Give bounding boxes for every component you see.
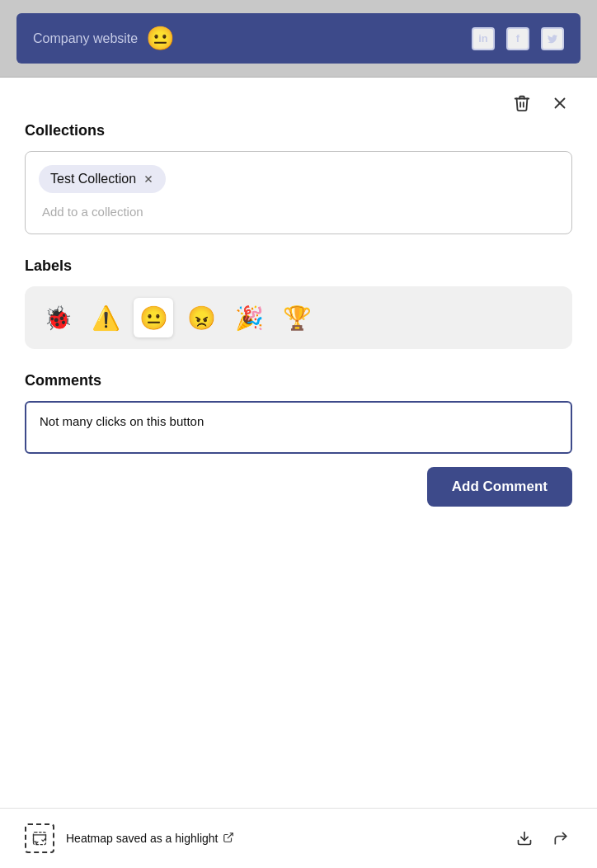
labels-title: Labels — [25, 257, 572, 275]
footer-actions — [513, 827, 572, 850]
comments-input[interactable]: Not many clicks on this button — [25, 401, 572, 454]
action-bar — [25, 78, 572, 122]
label-bug[interactable]: 🐞 — [38, 298, 78, 337]
facebook-icon[interactable]: f — [506, 27, 529, 50]
label-neutral[interactable]: 😐 — [134, 298, 173, 337]
preview-banner: Company website 😐 in f — [0, 0, 597, 78]
collection-tag-remove-button[interactable] — [143, 173, 154, 185]
twitter-icon[interactable] — [541, 27, 564, 50]
highlight-icon — [25, 823, 54, 853]
footer-highlight-text: Heatmap saved as a highlight — [66, 832, 218, 845]
preview-social-icons: in f — [472, 27, 564, 50]
add-comment-button[interactable]: Add Comment — [427, 467, 572, 507]
panel: Company website 😐 in f — [0, 0, 597, 868]
comments-title: Comments — [25, 372, 572, 389]
collections-box[interactable]: Test Collection Add to a collection — [25, 151, 572, 234]
preview-emoji: 😐 — [146, 25, 175, 52]
comments-section: Comments Not many clicks on this button … — [25, 372, 572, 507]
svg-line-5 — [228, 833, 233, 837]
label-warning[interactable]: ⚠️ — [86, 298, 125, 337]
footer-text: Heatmap saved as a highlight — [66, 832, 501, 846]
main-content: Collections Test Collection Add to a col… — [0, 78, 597, 808]
svg-rect-4 — [34, 833, 46, 845]
label-angry[interactable]: 😠 — [181, 298, 221, 337]
collection-tag: Test Collection — [39, 165, 166, 193]
collections-section: Collections Test Collection Add to a col… — [25, 122, 572, 234]
linkedin-icon[interactable]: in — [472, 27, 495, 50]
close-button[interactable] — [548, 91, 572, 116]
footer: Heatmap saved as a highlight — [0, 808, 597, 868]
label-trophy[interactable]: 🏆 — [277, 298, 317, 337]
preview-inner: Company website 😐 in f — [16, 13, 581, 64]
labels-row: 🐞 ⚠️ 😐 😠 🎉 🏆 — [25, 286, 572, 349]
share-button[interactable] — [549, 827, 572, 850]
collection-placeholder[interactable]: Add to a collection — [39, 203, 558, 220]
preview-website: Company website 😐 — [33, 25, 175, 52]
labels-section: Labels 🐞 ⚠️ 😐 😠 🎉 🏆 — [25, 257, 572, 349]
collections-title: Collections — [25, 122, 572, 139]
collection-tag-label: Test Collection — [50, 172, 136, 186]
download-button[interactable] — [513, 827, 536, 850]
preview-website-text: Company website — [33, 31, 138, 46]
delete-button[interactable] — [510, 91, 534, 116]
label-party[interactable]: 🎉 — [229, 298, 269, 337]
external-link-icon — [223, 832, 234, 846]
